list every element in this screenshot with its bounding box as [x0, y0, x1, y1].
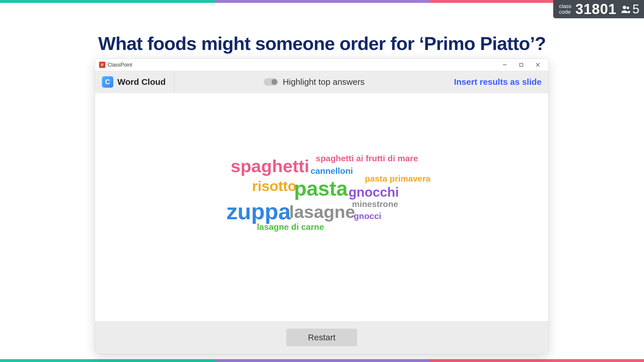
people-icon	[621, 4, 631, 14]
app-name: ClassPoint	[108, 62, 132, 68]
class-code-badge[interactable]: class code 31801 5	[553, 0, 644, 18]
toolbar-left: C Word Cloud	[102, 71, 174, 93]
bar-segment	[215, 359, 429, 362]
wordcloud-word[interactable]: gnocci	[354, 211, 381, 221]
classpoint-window: P ClassPoint C Word Cloud Highlight top …	[95, 59, 549, 354]
bar-segment	[0, 359, 215, 362]
highlight-toggle-label: Highlight top answers	[283, 77, 365, 87]
wordcloud-word[interactable]: zuppa	[226, 199, 291, 225]
wordcloud-word[interactable]: pasta primavera	[365, 174, 430, 184]
wordcloud-word[interactable]: minestrone	[352, 199, 398, 209]
wordcloud-icon: C	[102, 76, 113, 88]
close-button[interactable]	[530, 59, 546, 71]
footer: Restart	[95, 321, 548, 354]
wordcloud-title: Word Cloud	[117, 77, 166, 87]
toolbar-center: Highlight top answers	[174, 77, 454, 87]
class-code-label: class code	[559, 3, 571, 15]
wordcloud-word[interactable]: lasagne di carne	[257, 222, 324, 232]
wordcloud-word[interactable]: pasta	[294, 177, 348, 200]
minimize-button[interactable]	[496, 59, 513, 71]
svg-point-1	[627, 7, 629, 9]
bar-segment	[0, 0, 215, 3]
wordcloud-word[interactable]: cannelloni	[311, 166, 353, 176]
insert-results-link[interactable]: Insert results as slide	[454, 77, 542, 87]
question-title: What foods might someone order for ‘Prim…	[0, 33, 644, 54]
bottom-color-bar	[0, 359, 644, 362]
wordcloud-canvas: spaghettispaghetti ai frutti di marecann…	[95, 93, 548, 321]
bar-segment	[215, 0, 429, 3]
wordcloud-word[interactable]: lasagne	[289, 202, 355, 222]
top-color-bar	[0, 0, 644, 3]
wordcloud-word[interactable]: spaghetti ai frutti di mare	[316, 154, 418, 163]
powerpoint-icon: P	[99, 62, 105, 68]
participant-count: 5	[621, 2, 639, 16]
restart-button[interactable]: Restart	[286, 329, 357, 346]
highlight-toggle[interactable]	[264, 78, 278, 86]
window-titlebar: P ClassPoint	[95, 59, 548, 71]
svg-rect-3	[520, 63, 523, 67]
svg-point-0	[623, 6, 626, 9]
toolbar: C Word Cloud Highlight top answers Inser…	[95, 71, 548, 93]
wordcloud-word[interactable]: spaghetti	[231, 156, 309, 176]
bar-segment	[429, 359, 644, 362]
class-code-value: 31801	[575, 1, 616, 17]
maximize-button[interactable]	[513, 59, 530, 71]
wordcloud-word[interactable]: gnocchi	[349, 184, 399, 200]
wordcloud-word[interactable]: risotto	[252, 178, 297, 194]
